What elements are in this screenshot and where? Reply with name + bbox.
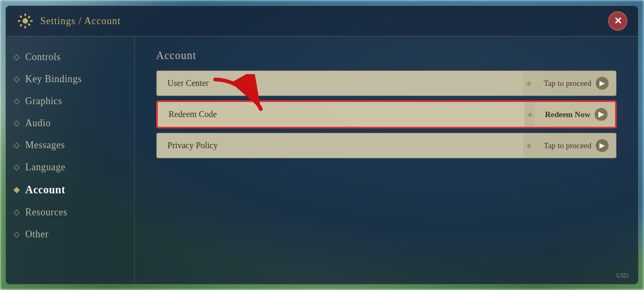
privacy-policy-action: Tap to proceed ▶ [534,133,616,158]
sidebar-label-audio: Audio [25,118,51,129]
privacy-policy-row[interactable]: Privacy Policy Tap to proceed ▶ [156,133,617,158]
sidebar-item-graphics[interactable]: Graphics [6,91,134,111]
sidebar-label-controls: Controls [25,52,61,63]
bullet-icon [13,187,19,193]
arrow-circle-icon: ▶ [596,77,609,90]
gear-icon [17,12,34,30]
content-title: Account [156,49,617,62]
user-center-action: Tap to proceed ▶ [534,71,616,96]
sidebar-label-key-bindings: Key Bindings [25,74,82,85]
bullet-icon [13,98,19,104]
sidebar-item-language[interactable]: Language [6,157,134,177]
sidebar-item-key-bindings[interactable]: Key Bindings [6,69,134,89]
sidebar-item-controls[interactable]: Controls [6,47,134,67]
sidebar-label-messages: Messages [25,140,65,151]
sidebar-item-account[interactable]: Account [6,179,134,200]
sidebar-label-graphics: Graphics [25,96,62,107]
sidebar-label-resources: Resources [25,207,67,218]
close-button[interactable]: ✕ [608,11,627,31]
arrow-circle-icon: ▶ [596,139,609,152]
sidebar-label-account: Account [25,184,65,196]
bullet-icon [13,209,19,215]
sidebar: Controls Key Bindings Graphics Audio Mes… [6,37,135,284]
content-area: Account User Center Tap to proceed ▶ Red… [135,37,638,284]
user-center-row[interactable]: User Center Tap to proceed ▶ [156,70,617,96]
sidebar-item-messages[interactable]: Messages [6,135,134,155]
bullet-icon [13,164,19,170]
uid-label: UID: [616,272,630,280]
sidebar-item-resources[interactable]: Resources [6,202,134,222]
panel-body: Controls Key Bindings Graphics Audio Mes… [6,37,638,284]
privacy-policy-label: Privacy Policy [157,133,523,158]
redeem-code-label: Redeem Code [158,102,524,127]
redeem-code-action: Redeem Now ▶ [535,102,615,127]
redeem-code-row[interactable]: Redeem Code Redeem Now ▶ [156,100,617,128]
header-title: Settings / Account [40,16,121,27]
user-center-label: User Center [157,71,523,96]
bullet-icon [13,120,19,126]
sidebar-item-other[interactable]: Other [6,224,134,244]
arrow-circle-icon: ▶ [595,108,608,121]
sidebar-item-audio[interactable]: Audio [6,113,134,133]
bullet-icon [13,76,19,82]
divider-icon [523,133,534,158]
bullet-icon [13,231,19,237]
bullet-icon [13,54,19,60]
divider-icon [524,102,535,127]
panel-header: Settings / Account ✕ [6,6,638,37]
sidebar-label-language: Language [25,162,65,173]
sidebar-label-other: Other [25,229,48,240]
settings-panel: Settings / Account ✕ Controls Key Bindin… [5,5,639,285]
divider-icon [523,71,534,96]
svg-point-0 [23,18,28,24]
bullet-icon [13,142,19,148]
